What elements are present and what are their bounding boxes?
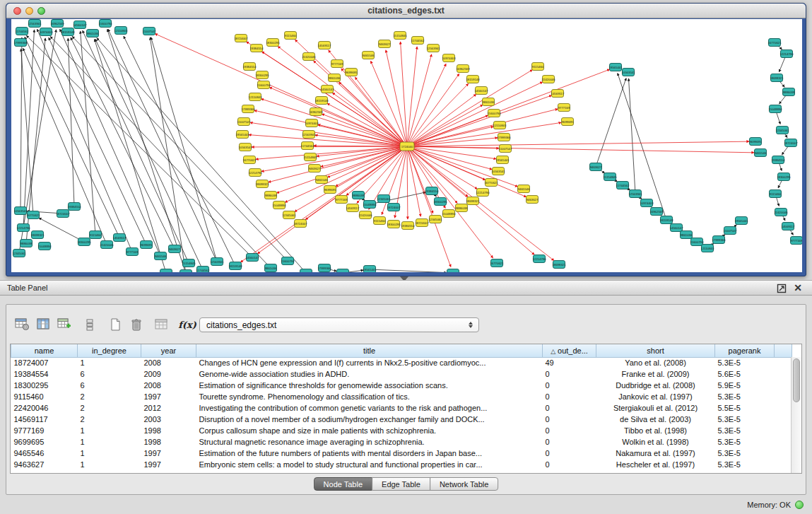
table-cell[interactable]: Tourette syndrome. Phenomenology and cla… (196, 391, 543, 402)
table-cell[interactable]: 5.9E-5 (715, 380, 775, 391)
table-cell[interactable]: Genome-wide association studies in ADHD. (196, 368, 543, 380)
table-select-dropdown[interactable]: citations_edges.txt (199, 317, 479, 332)
table-cell[interactable]: 5.3E-5 (715, 414, 775, 425)
table-cell[interactable]: Tibbo et al. (1998) (596, 425, 715, 436)
graph-edge[interactable] (150, 37, 186, 272)
table-cell[interactable]: Nakamura et al. (1997) (596, 448, 715, 459)
table-cell[interactable]: Corpus callosum shape and size in male p… (196, 425, 543, 436)
column-header-in_degree[interactable]: in_degree (78, 344, 141, 357)
graph-edge[interactable] (596, 78, 626, 167)
table-row[interactable]: 977716911998Corpus callosum shape and si… (11, 425, 792, 436)
table-cell[interactable]: 1997 (141, 391, 196, 402)
graph-edge[interactable] (370, 269, 447, 272)
graph-edge[interactable] (81, 31, 95, 235)
table-row[interactable]: 1456911722003Disruption of a novel membe… (11, 414, 792, 425)
table-cell[interactable]: 5.3E-5 (715, 391, 775, 402)
graph-edge[interactable] (407, 47, 417, 146)
graph-edge[interactable] (95, 40, 166, 272)
graph-edge[interactable] (39, 218, 84, 242)
table-cell[interactable]: 9699695 (11, 436, 78, 448)
table-cell[interactable]: 0 (543, 459, 596, 470)
table-cell[interactable]: 2012 (141, 402, 196, 414)
float-panel-icon[interactable] (777, 284, 787, 293)
table-vertical-scrollbar[interactable] (791, 357, 801, 473)
table-cell[interactable]: 9115460 (11, 391, 78, 402)
graph-edge[interactable] (95, 39, 203, 270)
table-cell[interactable]: Franke et al. (2009) (596, 368, 715, 380)
graph-edge[interactable] (83, 30, 189, 263)
graph-edge[interactable] (19, 30, 57, 253)
column-header-year[interactable]: year (141, 344, 196, 357)
new-document-button[interactable] (106, 316, 124, 333)
column-header-title[interactable]: title (196, 344, 543, 357)
delete-table-button[interactable] (127, 316, 146, 333)
table-cell[interactable]: Investigating the contribution of common… (196, 402, 543, 414)
table-cell[interactable]: 1 (78, 357, 141, 368)
table-cell[interactable]: 0 (543, 414, 596, 425)
graph-edge[interactable] (108, 29, 217, 262)
graph-edge[interactable] (407, 146, 492, 170)
table-cell[interactable]: 5.3E-5 (715, 357, 775, 368)
graph-edge[interactable] (20, 37, 22, 211)
import-table-button[interactable] (55, 316, 73, 333)
table-options-button[interactable] (13, 316, 31, 333)
table-cell[interactable]: 18300295 (11, 380, 78, 391)
graph-edge[interactable] (341, 69, 407, 146)
table-cell[interactable]: Disruption of a novel member of a sodium… (196, 414, 543, 425)
table-row[interactable]: 969969511998Structural magnetic resonanc… (11, 436, 792, 448)
table-cell[interactable]: 2008 (141, 380, 196, 391)
table-cell[interactable]: 5.3E-5 (715, 436, 775, 448)
table-cell[interactable]: 1998 (141, 425, 196, 436)
graph-edge[interactable] (407, 83, 469, 146)
tab-edge-table[interactable]: Edge Table (372, 477, 430, 491)
table-cell[interactable]: 0 (543, 391, 596, 402)
graph-edge[interactable] (155, 34, 407, 146)
graph-edge[interactable] (407, 146, 493, 258)
graph-edge[interactable] (407, 95, 552, 146)
graph-edge[interactable] (407, 54, 432, 146)
graph-edge[interactable] (21, 49, 33, 215)
table-cell[interactable]: Hescheler et al. (1997) (596, 459, 715, 470)
column-header-pagerank[interactable]: pagerank (715, 344, 775, 357)
table-row[interactable]: 946554611997Estimation of the future num… (11, 448, 792, 459)
graph-edge[interactable] (407, 146, 477, 189)
graph-edge[interactable] (618, 74, 666, 220)
table-cell[interactable]: 5.3E-5 (715, 425, 775, 436)
table-row[interactable]: 911546021997Tourette syndrome. Phenomeno… (11, 391, 792, 402)
table-row[interactable]: 1830029562008Estimation of significance … (11, 380, 792, 391)
table-cell[interactable]: 2008 (141, 357, 196, 368)
table-cell[interactable]: 0 (543, 448, 596, 459)
graph-edge[interactable] (339, 82, 407, 146)
graph-edge[interactable] (68, 38, 74, 206)
graph-edge[interactable] (252, 146, 407, 147)
table-cell[interactable]: 1 (78, 448, 141, 459)
graph-edge[interactable] (407, 122, 561, 146)
table-cell[interactable]: de Silva et al. (2003) (596, 414, 715, 425)
table-cell[interactable]: Yano et al. (2008) (596, 357, 715, 368)
table-row[interactable]: 946362711997Embryonic stem cells: a mode… (11, 459, 792, 470)
table-cell[interactable]: 6 (78, 380, 141, 391)
table-cell[interactable]: 2 (78, 414, 141, 425)
graph-edge[interactable] (250, 122, 407, 146)
table-cell[interactable]: 1998 (141, 436, 196, 448)
table-cell[interactable]: Wolkin et al. (1998) (596, 436, 715, 448)
table-cell[interactable]: 0 (543, 402, 596, 414)
table-cell[interactable]: Estimation of the future numbers of pati… (196, 448, 543, 459)
graph-edge[interactable] (407, 146, 754, 153)
show-columns-button[interactable] (34, 316, 52, 333)
graph-canvas[interactable]: 1872400719384554183002959115460224200461… (11, 19, 802, 272)
table-cell[interactable]: 1997 (141, 459, 196, 470)
table-cell[interactable]: 5.5E-5 (715, 402, 775, 414)
table-cell[interactable]: 9463627 (11, 459, 78, 470)
tab-node-table[interactable]: Node Table (314, 477, 372, 491)
column-header-out_de[interactable]: △out_de... (543, 344, 596, 357)
table-cell[interactable]: 2003 (141, 414, 196, 425)
table-row[interactable]: 2242004622012Investigating the contribut… (11, 402, 792, 414)
table-cell[interactable]: 49 (543, 357, 596, 368)
table-cell[interactable]: 2 (78, 391, 141, 402)
graph-edge[interactable] (240, 146, 407, 262)
scrollbar-thumb[interactable] (793, 358, 800, 402)
table-row[interactable]: 1872400712008Changes of HCN gene express… (11, 357, 792, 368)
window-titlebar[interactable]: citations_edges.txt (6, 4, 806, 18)
graph-edge[interactable] (50, 37, 271, 268)
